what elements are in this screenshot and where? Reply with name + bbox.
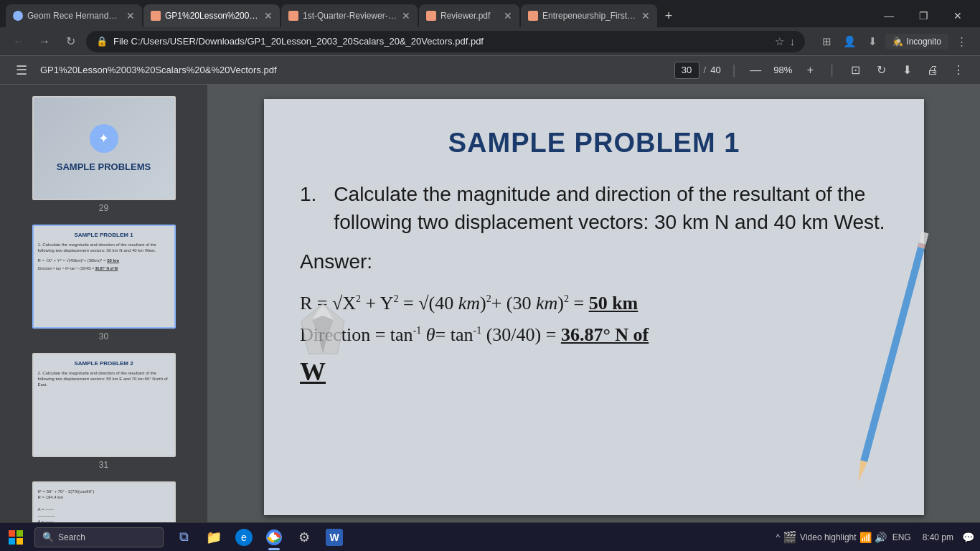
notification-icon[interactable]: 💬 xyxy=(962,532,974,543)
pdf-viewer[interactable]: SAMPLE PROBLEM 1 1. Calculate the magnit… xyxy=(208,85,980,522)
taskbar-app-explorer[interactable]: 📁 xyxy=(199,523,228,552)
tab-close-5[interactable]: ✕ xyxy=(641,10,650,22)
slide-body: 1. Calculate the magnitude and direction… xyxy=(300,180,888,390)
taskbar-apps: ⧉ 📁 e ⚙ xyxy=(166,523,352,552)
tab-5[interactable]: Entrepeneurship_First Quar... ✕ xyxy=(521,4,657,27)
taskbar-app-edge[interactable]: e xyxy=(230,523,258,552)
taskbar-app-settings[interactable]: ⚙ xyxy=(290,523,319,552)
volume-icon[interactable]: 🔊 xyxy=(875,532,887,543)
taskbar-app-taskview[interactable]: ⧉ xyxy=(169,523,198,552)
edge-icon: e xyxy=(235,529,253,546)
answer-label: Answer: xyxy=(300,248,888,276)
main-area: ✦ SAMPLE PROBLEMS 29 SAMPLE PROBLEM 1 1.… xyxy=(0,85,980,522)
start-button[interactable] xyxy=(0,523,32,552)
bookmark-icon[interactable]: ☆ xyxy=(775,35,784,48)
thumbnail-img-29: ✦ SAMPLE PROBLEMS xyxy=(32,96,176,200)
download-icon[interactable]: ↓ xyxy=(790,35,796,47)
settings-icon: ⚙ xyxy=(296,529,313,546)
result-r: 50 km xyxy=(589,293,639,314)
tab-close-1[interactable]: ✕ xyxy=(126,10,135,22)
thumb30-title: SAMPLE PROBLEM 1 xyxy=(38,232,170,238)
incognito-label: Incognito xyxy=(906,37,941,47)
pdf-page-input[interactable] xyxy=(674,62,699,79)
thumbnail-page-32[interactable]: θ² = 56° + 70° - 2(70)(cos60°) R = 194.4… xyxy=(0,476,207,522)
taskbar-app-word[interactable]: W xyxy=(320,523,349,552)
tab-favicon-5 xyxy=(528,11,538,21)
menu-button[interactable]: ⋮ xyxy=(951,32,971,52)
thumbnail-page-31[interactable]: SAMPLE PROBLEM 2 2. Calculate the magnit… xyxy=(0,347,207,476)
download-icon[interactable]: ⬇ xyxy=(862,32,882,52)
windows-logo-icon xyxy=(9,530,23,545)
new-tab-button[interactable]: + xyxy=(659,6,679,26)
problem-section: 1. Calculate the magnitude and direction… xyxy=(300,180,888,236)
taskbar-search-icon: 🔍 xyxy=(42,532,54,542)
address-box[interactable]: 🔒 File C:/Users/USER/Downloads/GP1_20Les… xyxy=(86,31,805,52)
reload-button[interactable]: ↻ xyxy=(60,32,80,52)
rotate-icon[interactable]: ↻ xyxy=(871,60,891,80)
tab-1[interactable]: Geom Rece Hernandez | Me... ✕ xyxy=(6,4,142,27)
tab-label-3: 1st-Quarter-Reviewer-in-Ma... xyxy=(303,11,397,21)
taskbar: 🔍 Search ⧉ 📁 e xyxy=(0,522,980,551)
thumbnail-page-29[interactable]: ✦ SAMPLE PROBLEMS 29 xyxy=(0,90,207,219)
zoom-in-button[interactable]: + xyxy=(801,62,819,79)
tab-label-2: GP1%20Lesson%2003%20Sc... xyxy=(165,11,260,21)
pdf-total-pages: 40 xyxy=(710,65,720,75)
extensions-icon[interactable]: ⊞ xyxy=(816,32,837,52)
tab-4[interactable]: Reviewer.pdf ✕ xyxy=(419,4,519,27)
close-button[interactable]: ✕ xyxy=(941,4,974,27)
result-dir: 36.87° N of xyxy=(561,324,649,345)
pdf-menu-button[interactable]: ☰ xyxy=(11,60,32,80)
tab-favicon-1 xyxy=(13,11,23,21)
pdf-title: GP1%20Lesson%2003%20Scalars%20&%20Vector… xyxy=(40,65,666,75)
svg-rect-11 xyxy=(17,538,23,545)
tab-bar: Geom Rece Hernandez | Me... ✕ GP1%20Less… xyxy=(0,0,980,27)
svg-rect-8 xyxy=(9,530,15,537)
tab-favicon-3 xyxy=(288,11,298,21)
pdf-download-icon[interactable]: ⬇ xyxy=(897,60,917,80)
restore-button[interactable]: ❐ xyxy=(907,4,940,27)
tab-2[interactable]: GP1%20Lesson%2003%20Sc... ✕ xyxy=(143,4,280,27)
file-icon: 🔒 xyxy=(96,36,108,47)
thumbnail-page-30[interactable]: SAMPLE PROBLEM 1 1. Calculate the magnit… xyxy=(0,219,207,347)
tab-close-2[interactable]: ✕ xyxy=(264,10,273,22)
tray-chevron[interactable]: ^ xyxy=(776,532,780,542)
address-text: File C:/Users/USER/Downloads/GP1_20Lesso… xyxy=(113,36,769,47)
taskbar-app-chrome[interactable] xyxy=(260,523,288,552)
pdf-toolbar: ☰ GP1%20Lesson%2003%20Scalars%20&%20Vect… xyxy=(0,56,980,85)
address-icons: ☆ ↓ xyxy=(775,35,796,48)
taskview-icon: ⧉ xyxy=(175,529,192,546)
profile-icon[interactable]: 👤 xyxy=(839,32,859,52)
formula-r-line: R = √X2 + Y2 = √(40 km)2+ (30 km)2 = 50 … xyxy=(300,291,888,316)
thumbnail-num-31: 31 xyxy=(99,460,108,470)
thumbnail-img-32: θ² = 56° + 70° - 2(70)(cos60°) R = 194.4… xyxy=(32,481,176,522)
pdf-more-icon[interactable]: ⋮ xyxy=(948,60,969,80)
tab-label-1: Geom Rece Hernandez | Me... xyxy=(27,11,122,21)
taskbar-search[interactable]: 🔍 Search xyxy=(34,527,164,547)
taskbar-right: ^ 🎬 Video highlight 📶 🔊 ENG 8:40 pm 💬 xyxy=(776,530,980,544)
thumbnail-img-30: SAMPLE PROBLEM 1 1. Calculate the magnit… xyxy=(32,225,176,329)
incognito-button[interactable]: 🕵 Incognito xyxy=(885,34,948,50)
pdf-separator-1: | xyxy=(730,62,739,77)
forward-button[interactable]: → xyxy=(34,32,55,52)
tab-close-3[interactable]: ✕ xyxy=(402,10,410,22)
tab-favicon-2 xyxy=(151,11,161,21)
tab-label-4: Reviewer.pdf xyxy=(440,11,499,21)
language-indicator[interactable]: ENG xyxy=(890,531,914,544)
thumbnail-num-30: 30 xyxy=(99,331,108,342)
svg-rect-9 xyxy=(17,530,23,537)
browser-window: Geom Rece Hernandez | Me... ✕ GP1%20Less… xyxy=(0,0,980,522)
tab-close-4[interactable]: ✕ xyxy=(504,10,512,22)
thumb30-dir: Direction = tan⁻¹ θ= tan⁻¹ (30/40) = 36.… xyxy=(38,266,170,271)
fit-page-icon[interactable]: ⊡ xyxy=(845,60,865,80)
thumb32-content: θ² = 56° + 70° - 2(70)(cos60°) R = 194.4… xyxy=(38,489,170,522)
network-icon[interactable]: 📶 xyxy=(859,532,872,543)
video-highlight[interactable]: 🎬 Video highlight xyxy=(783,530,857,544)
tab-3[interactable]: 1st-Quarter-Reviewer-in-Ma... ✕ xyxy=(281,4,418,27)
zoom-out-button[interactable]: — xyxy=(747,62,764,79)
formula-dir-line: Direction = tan-1 θ= tan-1 (30/40) = 36.… xyxy=(300,322,888,348)
back-button[interactable]: ← xyxy=(9,32,29,52)
minimize-button[interactable]: — xyxy=(872,4,905,27)
pdf-page: SAMPLE PROBLEM 1 1. Calculate the magnit… xyxy=(264,99,924,515)
pdf-print-icon[interactable]: 🖨 xyxy=(923,60,943,80)
system-clock[interactable]: 8:40 pm xyxy=(917,531,959,544)
